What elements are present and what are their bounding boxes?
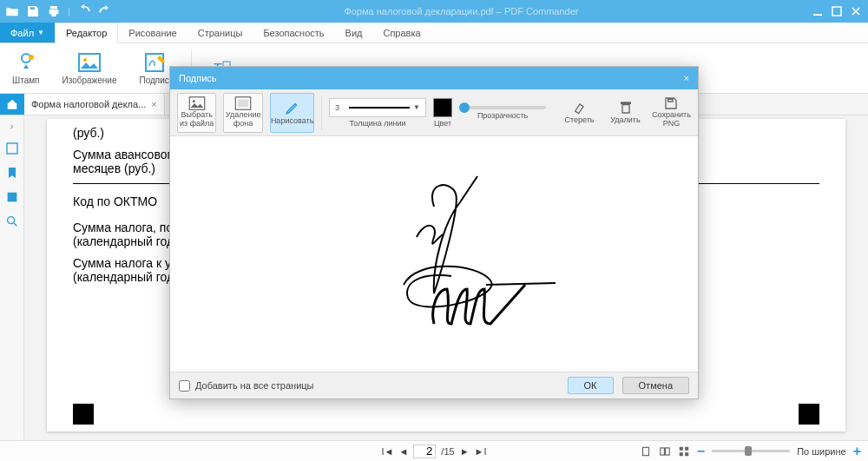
dialog-toolbar: Выбрать из файла Удаление фона Нарисоват… [170, 89, 698, 136]
save-png-button[interactable]: Сохранить PNG [652, 93, 691, 133]
print-icon[interactable] [47, 4, 61, 18]
signature-canvas[interactable] [170, 136, 698, 372]
ribbon-stamp[interactable]: Штамп [12, 52, 39, 85]
color-swatch[interactable] [433, 98, 452, 117]
last-page-icon[interactable]: ►I [475, 446, 487, 457]
first-page-icon[interactable]: I◄ [382, 446, 394, 457]
opacity-control[interactable]: Прозрачность [459, 106, 546, 120]
line-thickness-control[interactable]: 3 ▼ Толщина линии [329, 98, 426, 128]
svg-rect-16 [642, 447, 648, 455]
doc-marker-right [799, 404, 819, 425]
open-icon[interactable] [5, 4, 19, 18]
save-icon[interactable] [26, 4, 40, 18]
sidebar-toggle[interactable]: › [10, 121, 14, 131]
remove-background-button[interactable]: Удаление фона [223, 93, 262, 133]
svg-rect-9 [7, 143, 17, 154]
bookmarks-icon[interactable] [5, 166, 19, 180]
home-tab[interactable] [0, 94, 24, 115]
svg-rect-19 [680, 446, 683, 450]
svg-rect-1 [832, 7, 841, 16]
svg-rect-0 [813, 14, 822, 16]
svg-rect-21 [680, 452, 683, 456]
attachments-icon[interactable] [5, 190, 19, 204]
title-bar: | Форма налоговой декларации.pdf – PDF C… [0, 0, 868, 23]
view-facing-icon[interactable] [659, 445, 671, 458]
svg-rect-10 [7, 193, 16, 202]
menu-editor[interactable]: Редактор [55, 23, 118, 43]
maximize-icon[interactable] [830, 4, 844, 18]
fit-mode[interactable]: По ширине [797, 446, 846, 457]
draw-button[interactable]: Нарисовать [270, 93, 314, 133]
page-input[interactable] [413, 445, 436, 458]
doc-marker-left [73, 404, 94, 425]
dialog-close-icon[interactable]: × [684, 73, 689, 83]
tab-close-icon[interactable]: × [151, 99, 156, 109]
view-single-icon[interactable] [640, 445, 652, 458]
color-control[interactable]: Цвет [433, 98, 452, 128]
status-bar: I◄ ◄ /15 ► ►I − По ширине + [0, 440, 868, 461]
choose-from-file-button[interactable]: Выбрать из файла [177, 93, 216, 133]
undo-icon[interactable] [77, 4, 91, 18]
dialog-footer: Добавить на все страницы ОК Отмена [170, 372, 698, 398]
menu-view[interactable]: Вид [335, 23, 373, 43]
opacity-slider[interactable] [459, 106, 546, 109]
view-continuous-icon[interactable] [678, 445, 690, 458]
redo-icon[interactable] [98, 4, 112, 18]
menu-pages[interactable]: Страницы [187, 23, 253, 43]
svg-rect-22 [685, 452, 688, 456]
svg-point-5 [83, 58, 87, 62]
document-tab[interactable]: Форма налоговой декла... × [24, 94, 165, 115]
zoom-in-icon[interactable]: + [853, 444, 861, 459]
menu-drawing[interactable]: Рисование [118, 23, 187, 43]
ok-button[interactable]: ОК [568, 377, 614, 394]
svg-rect-12 [189, 97, 204, 110]
svg-point-13 [193, 100, 195, 102]
left-sidebar: › [0, 115, 24, 440]
document-tab-label: Форма налоговой декла... [31, 99, 146, 109]
delete-button[interactable]: Удалить [606, 93, 645, 133]
close-icon[interactable] [849, 4, 863, 18]
dialog-titlebar: Подпись × [170, 67, 698, 89]
zoom-slider[interactable] [712, 450, 790, 452]
svg-point-11 [7, 217, 14, 224]
menu-bar: Файл▼ Редактор Рисование Страницы Безопа… [0, 23, 868, 43]
svg-point-3 [29, 55, 34, 60]
prev-page-icon[interactable]: ◄ [398, 446, 408, 457]
menu-security[interactable]: Безопасность [253, 23, 334, 43]
menu-help[interactable]: Справка [372, 23, 431, 43]
zoom-out-icon[interactable]: − [697, 444, 705, 459]
dialog-title: Подпись [179, 73, 217, 83]
next-page-icon[interactable]: ► [460, 446, 470, 457]
page-navigator: I◄ ◄ /15 ► ►I [382, 445, 487, 458]
erase-button[interactable]: Стереть [560, 93, 599, 133]
svg-rect-17 [661, 447, 665, 454]
ribbon-image[interactable]: Изображение [62, 52, 116, 85]
total-pages: /15 [441, 446, 454, 457]
window-title: Форма налоговой декларации.pdf – PDF Com… [112, 6, 811, 16]
menu-file[interactable]: Файл▼ [0, 23, 55, 43]
svg-rect-18 [665, 447, 669, 454]
cancel-button[interactable]: Отмена [622, 377, 689, 394]
svg-rect-15 [238, 100, 248, 108]
add-all-pages-checkbox[interactable]: Добавить на все страницы [179, 380, 314, 392]
minimize-icon[interactable] [811, 4, 825, 18]
signature-dialog: Подпись × Выбрать из файла Удаление фона… [169, 66, 699, 399]
search-icon[interactable] [5, 214, 19, 228]
thumbnails-icon[interactable] [5, 142, 19, 155]
svg-rect-20 [685, 446, 688, 450]
